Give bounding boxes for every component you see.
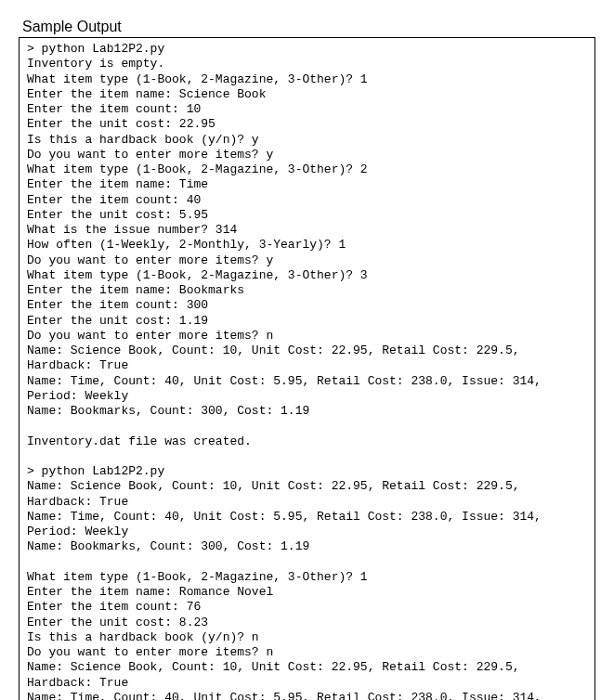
section-title: Sample Output (22, 19, 595, 35)
terminal-output-box: > python Lab12P2.py Inventory is empty. … (19, 37, 595, 700)
